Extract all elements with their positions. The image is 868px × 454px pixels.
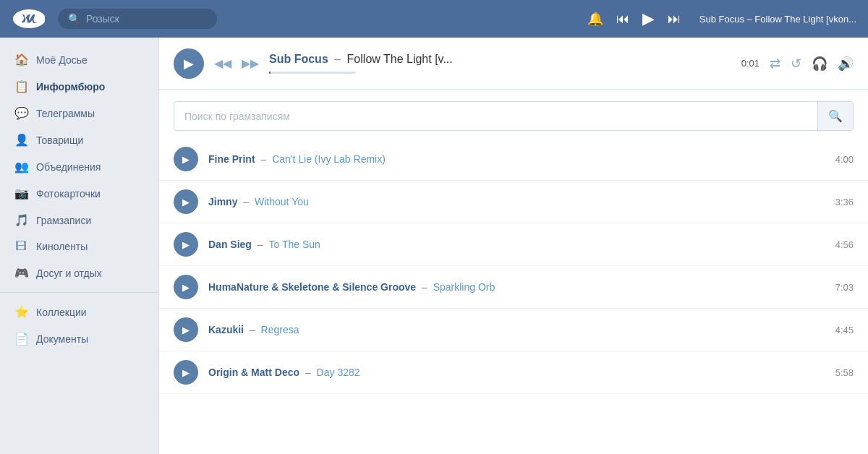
repeat-icon[interactable]: ↺ xyxy=(791,56,801,72)
track-dash-1: – xyxy=(240,196,252,207)
music-search-input[interactable] xyxy=(174,103,817,129)
track-title-3: Sparkling Orb xyxy=(433,281,495,293)
track-duration-5: 5:58 xyxy=(835,367,854,378)
sidebar: 🏠Моё Досье📋Информбюро💬Телеграммы👤Товарищ… xyxy=(0,38,159,454)
track-play-button-3[interactable]: ▶ xyxy=(174,275,198,299)
player-prev-button[interactable]: ◀◀ xyxy=(214,56,231,70)
prev-track-icon[interactable]: ⏮ xyxy=(616,12,629,27)
track-play-button-5[interactable]: ▶ xyxy=(174,360,198,385)
sidebar-icon-music: 🎵 xyxy=(14,213,27,227)
vk-logo xyxy=(12,9,46,29)
player-play-button[interactable]: ▶ xyxy=(174,48,204,79)
sidebar-item-docs[interactable]: 📄Документы xyxy=(0,325,158,352)
track-artist-0: Fine Print xyxy=(208,153,255,165)
track-dash-4: – xyxy=(247,324,258,335)
sidebar-item-music[interactable]: 🎵Грамзаписи xyxy=(0,207,158,234)
sidebar-label-docs: Документы xyxy=(36,333,88,345)
content-area: ▶ ◀◀ ▶▶ Sub Focus – Follow The Light [v.… xyxy=(159,38,868,454)
music-search-button[interactable]: 🔍 xyxy=(817,102,853,130)
sidebar-item-video[interactable]: 🎞Киноленты xyxy=(0,234,158,260)
sidebar-label-bookmarks: Коллекции xyxy=(36,307,87,318)
sidebar-label-photos: Фотокарточки xyxy=(36,188,101,200)
track-dash-3: – xyxy=(419,281,430,293)
sidebar-icon-telegrams: 💬 xyxy=(14,106,27,120)
track-artist-4: Kazukii xyxy=(208,324,244,335)
track-duration-1: 3:36 xyxy=(835,197,854,207)
sidebar-icon-friends: 👤 xyxy=(14,133,27,147)
sidebar-item-infoburo[interactable]: 📋Информбюро xyxy=(0,73,158,100)
sidebar-icon-docs: 📄 xyxy=(14,332,27,346)
sidebar-label-infoburo: Информбюро xyxy=(36,81,105,93)
track-title-4: Regresa xyxy=(261,324,299,335)
sidebar-item-photos[interactable]: 📷Фотокарточки xyxy=(0,180,158,207)
sidebar-icon-games: 🎮 xyxy=(14,266,27,280)
track-title-5: Day 3282 xyxy=(317,367,360,378)
sidebar-item-my-file[interactable]: 🏠Моё Досье xyxy=(0,46,158,73)
play-pause-icon[interactable]: ▶ xyxy=(642,9,655,28)
sidebar-label-games: Досуг и отдых xyxy=(36,267,102,279)
track-row[interactable]: ▶Origin & Matt Deco – Day 32825:58 xyxy=(159,351,868,394)
track-row[interactable]: ▶Kazukii – Regresa4:45 xyxy=(159,309,868,351)
track-play-button-0[interactable]: ▶ xyxy=(174,147,198,171)
sidebar-item-friends[interactable]: 👤Товарищи xyxy=(0,127,158,153)
music-search-area: 🔍 xyxy=(159,90,868,138)
nav-player-title: Sub Focus – Follow The Light [vkon... xyxy=(699,14,856,25)
notifications-icon[interactable]: 🔔 xyxy=(587,11,603,27)
track-details-2: Dan Sieg – To The Sun xyxy=(208,239,825,250)
track-artist-1: Jimny xyxy=(208,196,237,207)
track-duration-3: 7:03 xyxy=(835,282,854,293)
shuffle-icon[interactable]: ⇄ xyxy=(770,56,780,72)
sidebar-icon-photos: 📷 xyxy=(14,187,27,200)
track-artist-3: HumaNature & Skeletone & Silence Groove xyxy=(208,281,416,293)
track-details-3: HumaNature & Skeletone & Silence Groove … xyxy=(208,281,825,293)
next-track-icon[interactable]: ⏭ xyxy=(668,12,681,27)
sidebar-icon-my-file: 🏠 xyxy=(14,53,27,67)
sidebar-icon-infoburo: 📋 xyxy=(14,80,27,93)
sidebar-icon-groups: 👥 xyxy=(14,160,27,174)
headphones-icon[interactable]: 🎧 xyxy=(812,56,827,72)
player-title: Follow The Light [v... xyxy=(347,53,453,65)
sidebar-item-games[interactable]: 🎮Досуг и отдых xyxy=(0,260,158,286)
track-duration-0: 4:00 xyxy=(835,154,854,165)
sidebar-label-video: Киноленты xyxy=(36,241,88,252)
track-details-5: Origin & Matt Deco – Day 3282 xyxy=(208,367,825,378)
track-duration-4: 4:45 xyxy=(835,325,854,335)
top-search-input[interactable] xyxy=(86,13,195,25)
track-artist-5: Origin & Matt Deco xyxy=(208,367,299,378)
progress-bar-fill xyxy=(269,72,271,74)
track-row[interactable]: ▶HumaNature & Skeletone & Silence Groove… xyxy=(159,266,868,309)
time-display-area: 0:01 xyxy=(741,58,760,69)
search-icon: 🔍 xyxy=(68,13,80,25)
track-artist-2: Dan Sieg xyxy=(208,239,252,250)
track-details-4: Kazukii – Regresa xyxy=(208,324,825,335)
track-title-2: To The Sun xyxy=(268,239,320,250)
sidebar-item-telegrams[interactable]: 💬Телеграммы xyxy=(0,100,158,127)
sidebar-item-groups[interactable]: 👥Объединения xyxy=(0,153,158,180)
track-row[interactable]: ▶Jimny – Without You3:36 xyxy=(159,181,868,223)
progress-bar[interactable] xyxy=(269,72,356,74)
track-title-1: Without You xyxy=(255,196,309,207)
top-navigation: 🔍 🔔 ⏮ ▶ ⏭ Sub Focus – Follow The Light [… xyxy=(0,0,868,38)
sidebar-label-telegrams: Телеграммы xyxy=(36,108,95,119)
track-play-button-2[interactable]: ▶ xyxy=(174,232,198,257)
sidebar-label-groups: Объединения xyxy=(36,161,101,173)
sidebar-icon-bookmarks: ⭐ xyxy=(14,305,27,319)
player-dash: – xyxy=(334,53,341,65)
sidebar-item-bookmarks[interactable]: ⭐Коллекции xyxy=(0,299,158,325)
track-play-button-4[interactable]: ▶ xyxy=(174,317,198,342)
player-next-button[interactable]: ▶▶ xyxy=(242,56,259,70)
track-details-1: Jimny – Without You xyxy=(208,196,825,207)
sidebar-label-friends: Товарищи xyxy=(36,134,83,146)
track-play-button-1[interactable]: ▶ xyxy=(174,189,198,214)
music-search-box: 🔍 xyxy=(174,101,854,131)
volume-icon[interactable]: 🔊 xyxy=(838,56,854,72)
sidebar-icon-video: 🎞 xyxy=(14,240,27,253)
top-search-bar[interactable]: 🔍 xyxy=(58,9,217,29)
track-dash-2: – xyxy=(255,239,266,250)
player-artist: Sub Focus xyxy=(269,53,328,65)
track-row[interactable]: ▶Dan Sieg – To The Sun4:56 xyxy=(159,223,868,266)
sidebar-label-music: Грамзаписи xyxy=(36,215,91,226)
sidebar-label-my-file: Моё Досье xyxy=(36,54,88,66)
current-time: 0:01 xyxy=(741,58,760,69)
track-row[interactable]: ▶Fine Print – Can't Lie (Ivy Lab Remix)4… xyxy=(159,138,868,181)
